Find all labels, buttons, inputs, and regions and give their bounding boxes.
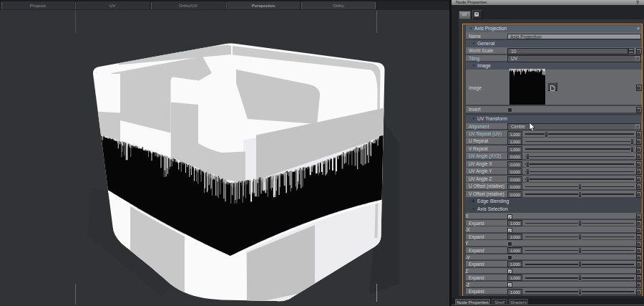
- svg-text:Ortho/UV: Ortho/UV: [179, 3, 198, 8]
- svg-text:Perspective: Perspective: [252, 3, 275, 8]
- svg-text:Projects: Projects: [30, 3, 46, 8]
- svg-text:Ortho: Ortho: [333, 3, 344, 8]
- svg-text:UV: UV: [109, 3, 116, 8]
